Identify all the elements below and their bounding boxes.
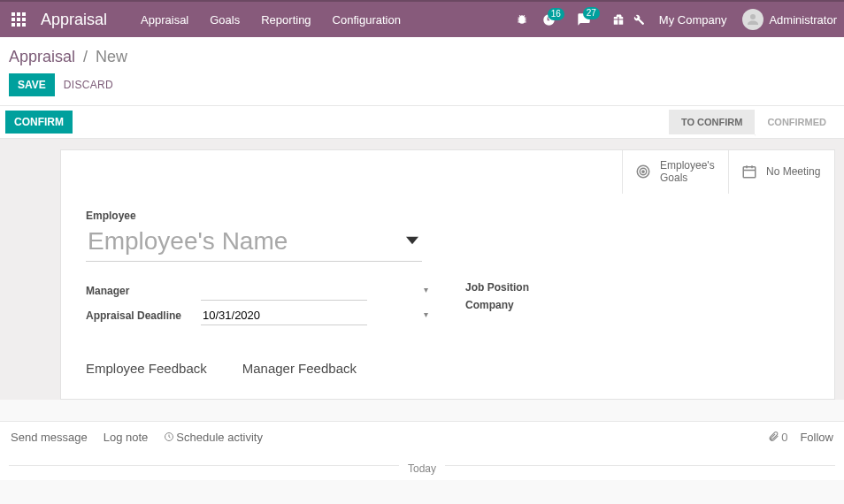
svg-rect-6 <box>12 23 15 27</box>
dropdown-caret-icon: ▾ <box>424 309 428 319</box>
feedback-tabs: Employee Feedback Manager Feedback <box>86 361 809 376</box>
top-navbar: Appraisal Appraisal Goals Reporting Conf… <box>0 0 844 37</box>
target-icon <box>635 164 651 179</box>
discard-button[interactable]: DISCARD <box>64 79 113 91</box>
job-position-label: Job Position <box>465 281 580 294</box>
user-name: Administrator <box>769 13 837 27</box>
breadcrumb-root[interactable]: Appraisal <box>9 48 75 65</box>
status-stages: TO CONFIRM CONFIRMED <box>669 110 839 134</box>
messages-badge: 27 <box>583 7 600 19</box>
company-label: Company <box>465 299 580 311</box>
chatter-bar: Send message Log note Schedule activity … <box>0 421 844 450</box>
deadline-label: Appraisal Deadline <box>86 309 201 322</box>
employee-field-wrap <box>86 225 422 262</box>
save-button[interactable]: SAVE <box>9 73 55 96</box>
chatter-today-separator: Today <box>0 450 844 480</box>
dropdown-caret-icon: ▾ <box>424 285 428 294</box>
employee-input[interactable] <box>86 225 422 261</box>
stage-confirmed[interactable]: CONFIRMED <box>755 110 839 134</box>
manager-label: Manager <box>86 285 201 297</box>
form-sheet: Employee's Goals No Meeting Employee <box>60 149 835 400</box>
attachments-count: 0 <box>781 431 787 444</box>
clock-icon <box>164 431 174 445</box>
svg-rect-13 <box>743 167 756 178</box>
actions-row: SAVE DISCARD <box>0 73 844 105</box>
log-note-link[interactable]: Log note <box>104 431 149 444</box>
user-menu[interactable]: Administrator <box>742 9 837 30</box>
breadcrumb-sep: / <box>83 48 88 65</box>
app-brand[interactable]: Appraisal <box>37 11 119 29</box>
schedule-activity-link[interactable]: Schedule activity <box>164 431 263 445</box>
employee-label: Employee <box>86 210 809 222</box>
activities-badge: 16 <box>548 8 564 20</box>
nav-menu: Appraisal Goals Reporting Configuration <box>132 8 410 32</box>
form-area: Employee's Goals No Meeting Employee <box>0 139 844 400</box>
svg-point-9 <box>750 14 756 19</box>
svg-rect-3 <box>12 18 15 21</box>
tools-icon[interactable] <box>633 14 645 26</box>
stat-button-meeting[interactable]: No Meeting <box>728 150 834 194</box>
svg-point-12 <box>642 171 644 172</box>
bug-icon[interactable] <box>516 13 528 26</box>
tab-manager-feedback[interactable]: Manager Feedback <box>242 361 357 376</box>
stat-meeting-label: No Meeting <box>766 165 820 178</box>
apps-icon[interactable] <box>0 1 37 38</box>
avatar-icon <box>742 9 763 30</box>
gift-icon[interactable] <box>612 13 625 26</box>
stat-button-goals[interactable]: Employee's Goals <box>622 150 728 194</box>
today-label: Today <box>399 462 445 475</box>
manager-input[interactable] <box>201 281 367 301</box>
svg-rect-4 <box>17 18 20 21</box>
nav-item-reporting[interactable]: Reporting <box>252 8 319 32</box>
svg-rect-8 <box>22 23 26 27</box>
status-bar: CONFIRM TO CONFIRM CONFIRMED <box>0 105 844 139</box>
calendar-icon <box>741 164 757 179</box>
activities-icon[interactable]: 16 <box>542 13 556 27</box>
attachments-button[interactable]: 0 <box>768 431 787 445</box>
stat-button-box: Employee's Goals No Meeting <box>61 150 834 194</box>
stage-to-confirm[interactable]: TO CONFIRM <box>669 110 755 134</box>
svg-rect-1 <box>17 12 20 16</box>
svg-rect-0 <box>12 12 15 16</box>
svg-rect-7 <box>17 23 20 27</box>
schedule-activity-label: Schedule activity <box>176 431 263 444</box>
tab-employee-feedback[interactable]: Employee Feedback <box>86 361 207 376</box>
breadcrumb-row: Appraisal / New <box>0 37 844 73</box>
svg-rect-2 <box>22 12 26 16</box>
messages-icon[interactable]: 27 <box>577 12 591 27</box>
stat-goals-label: Employee's Goals <box>660 159 715 185</box>
paperclip-icon <box>768 431 779 445</box>
company-selector[interactable]: My Company <box>659 13 727 27</box>
breadcrumb-current: New <box>96 48 127 65</box>
deadline-input[interactable] <box>201 306 367 325</box>
send-message-link[interactable]: Send message <box>11 431 88 444</box>
follow-button[interactable]: Follow <box>800 431 833 444</box>
nav-item-configuration[interactable]: Configuration <box>324 8 410 32</box>
confirm-button[interactable]: CONFIRM <box>5 111 73 134</box>
svg-rect-5 <box>22 18 26 21</box>
nav-item-appraisal[interactable]: Appraisal <box>132 8 197 32</box>
nav-item-goals[interactable]: Goals <box>201 8 249 32</box>
